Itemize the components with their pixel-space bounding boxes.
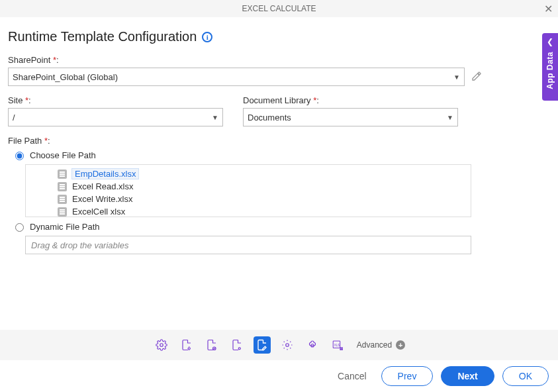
page-title-text: Runtime Template Configuration: [8, 29, 197, 44]
plus-icon: +: [396, 340, 405, 350]
file-list[interactable]: EmpDetails.xlsx Excel Read.xlsx Excel Wr…: [25, 164, 471, 217]
site-value: /: [13, 113, 15, 122]
dynamic-path-label: Dynamic File Path: [30, 222, 99, 232]
dialog-title: EXCEL CALCULATE: [242, 4, 316, 13]
svg-point-5: [311, 344, 313, 346]
cancel-button[interactable]: Cancel: [331, 366, 373, 386]
filepath-field: File Path *: Choose File Path EmpDetails…: [8, 136, 471, 254]
file-item[interactable]: Excel Read.xlsx: [26, 180, 471, 193]
sharepoint-select[interactable]: SharePoint_Global (Global) ▼: [8, 68, 465, 86]
site-field: Site *: / ▼: [8, 95, 223, 126]
filepath-label-text: File Path: [8, 136, 42, 146]
file-icon: [58, 182, 67, 191]
title-bar: EXCEL CALCULATE ✕: [0, 0, 558, 17]
file-item[interactable]: EmpDetails.xlsx: [26, 168, 471, 180]
xls-icon[interactable]: XLS: [329, 336, 346, 354]
app-data-tab[interactable]: ❮ App Data: [542, 33, 558, 101]
svg-point-4: [286, 344, 289, 347]
bottom-toolbar: XLS Advanced +: [0, 330, 558, 360]
svg-point-11: [342, 349, 343, 350]
doclib-label: Document Library *:: [243, 95, 458, 105]
svg-text:XLS: XLS: [334, 344, 340, 347]
dynamic-path-radio-row[interactable]: Dynamic File Path: [12, 221, 471, 232]
advanced-toggle[interactable]: Advanced +: [357, 340, 405, 350]
caret-down-icon: ▼: [447, 114, 453, 121]
doclib-select[interactable]: Documents ▼: [243, 108, 458, 126]
file-name: ExcelCell xlsx: [72, 207, 125, 217]
filepath-label: File Path *:: [8, 136, 471, 146]
document-check-icon[interactable]: [203, 336, 220, 354]
file-item[interactable]: Excel Write.xlsx: [26, 193, 471, 205]
close-icon[interactable]: ✕: [544, 3, 553, 15]
sharepoint-label-text: SharePoint: [8, 55, 50, 65]
dynamic-path-radio[interactable]: [15, 223, 24, 232]
ok-button[interactable]: OK: [502, 366, 549, 386]
info-icon[interactable]: i: [202, 32, 212, 42]
flower-gear-icon[interactable]: [304, 336, 321, 354]
variable-dropzone[interactable]: Drag & drop the variables: [25, 236, 471, 254]
svg-point-0: [160, 344, 163, 347]
gear-outline-icon[interactable]: [279, 336, 296, 354]
file-name: Excel Write.xlsx: [72, 194, 133, 204]
app-data-label: App Data: [545, 52, 555, 89]
svg-point-9: [340, 349, 342, 350]
sharepoint-label: SharePoint *:: [8, 55, 546, 65]
document-settings-icon[interactable]: [228, 336, 246, 354]
site-label: Site *:: [8, 95, 223, 105]
page-title: Runtime Template Configuration i: [8, 29, 546, 44]
doclib-value: Documents: [248, 113, 291, 122]
dialog-body: Runtime Template Configuration i SharePo…: [0, 17, 558, 330]
sharepoint-field: SharePoint *: SharePoint_Global (Global)…: [8, 55, 546, 86]
dialog-window: EXCEL CALCULATE ✕ Runtime Template Confi…: [0, 0, 558, 392]
chevron-left-icon: ❮: [547, 37, 553, 46]
file-item[interactable]: ExcelCell xlsx: [26, 205, 471, 217]
document-gear-icon[interactable]: [178, 336, 195, 354]
prev-button[interactable]: Prev: [381, 366, 434, 386]
file-icon: [58, 207, 67, 217]
document-edit-icon[interactable]: [254, 336, 271, 354]
svg-point-8: [340, 348, 342, 349]
edit-icon[interactable]: [471, 71, 482, 83]
doclib-label-text: Document Library: [243, 95, 311, 105]
site-select[interactable]: / ▼: [8, 108, 223, 126]
file-icon: [58, 170, 67, 179]
caret-down-icon: ▼: [453, 74, 460, 81]
dropzone-placeholder: Drag & drop the variables: [31, 240, 128, 250]
file-name: Excel Read.xlsx: [72, 181, 133, 191]
dialog-footer: Cancel Prev Next OK: [0, 360, 558, 392]
site-doclib-row: Site *: / ▼ Document Library *: Document…: [8, 95, 471, 136]
advanced-label: Advanced: [357, 340, 392, 350]
caret-down-icon: ▼: [212, 114, 218, 121]
svg-point-1: [188, 348, 190, 350]
file-icon: [58, 195, 67, 204]
choose-path-label: Choose File Path: [30, 150, 96, 160]
next-button[interactable]: Next: [441, 366, 494, 386]
file-name: EmpDetails.xlsx: [72, 169, 138, 179]
sharepoint-value: SharePoint_Global (Global): [13, 72, 118, 82]
choose-path-radio-row[interactable]: Choose File Path: [12, 150, 471, 160]
doclib-field: Document Library *: Documents ▼: [243, 95, 458, 126]
site-label-text: Site: [8, 95, 23, 105]
gear-icon[interactable]: [153, 336, 170, 354]
choose-path-radio[interactable]: [15, 152, 24, 160]
svg-point-10: [342, 348, 343, 349]
